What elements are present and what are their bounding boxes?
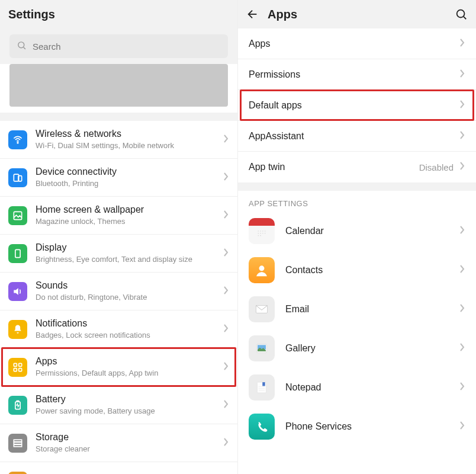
wifi-icon (8, 130, 27, 149)
row-title: Sounds (36, 280, 215, 292)
svg-rect-33 (262, 382, 265, 386)
hourglass-icon (8, 472, 27, 474)
row-subtitle: Do not disturb, Ringtone, Vibrate (36, 293, 215, 302)
settings-row-device[interactable]: Device connectivity Bluetooth, Printing (0, 159, 237, 197)
app-row-email[interactable]: Email (238, 290, 476, 329)
row-title: Display (36, 242, 215, 254)
row-subtitle: Brightness, Eye comfort, Text and displa… (36, 255, 215, 264)
chevron-right-icon (223, 172, 229, 184)
email-icon (249, 296, 275, 322)
settings-row-display[interactable]: Display Brightness, Eye comfort, Text an… (0, 235, 237, 273)
page-title: Settings (8, 8, 55, 21)
chevron-right-icon (459, 38, 465, 50)
row-title: Device connectivity (36, 166, 215, 178)
gallery-icon (249, 335, 275, 361)
row-subtitle: Storage cleaner (36, 444, 215, 454)
wallpaper-icon (8, 206, 27, 225)
row-title: Battery (36, 393, 215, 405)
row-title: Storage (36, 431, 215, 443)
bell-icon (8, 320, 27, 339)
settings-row-notifications[interactable]: Notifications Badges, Lock screen notifi… (0, 310, 237, 348)
app-row-contacts[interactable]: Contacts (238, 251, 476, 290)
svg-point-19 (260, 230, 261, 232)
settings-row-storage[interactable]: Storage Storage cleaner (0, 424, 237, 462)
row-label: Default apps (249, 100, 454, 111)
settings-row-sounds[interactable]: Sounds Do not disturb, Ringtone, Vibrate (0, 273, 237, 310)
svg-point-28 (259, 265, 265, 271)
svg-point-24 (262, 233, 263, 234)
svg-rect-14 (14, 442, 21, 444)
row-appassistant[interactable]: AppAssistant (238, 121, 476, 152)
apps-pane: Apps Apps Permissions Default apps AppAs… (238, 0, 476, 474)
svg-point-25 (265, 233, 266, 234)
app-row-phone-services[interactable]: Phone Services (238, 407, 476, 446)
svg-rect-9 (14, 368, 17, 371)
search-input-box[interactable] (9, 34, 228, 58)
settings-header: Settings (0, 0, 237, 28)
chevron-right-icon (223, 361, 229, 373)
settings-list[interactable]: Wireless & networks Wi-Fi, Dual SIM sett… (0, 121, 237, 474)
page-title: Apps (268, 8, 446, 21)
device-icon (8, 168, 27, 187)
divider-strip (238, 182, 476, 191)
back-icon[interactable] (246, 8, 259, 21)
chevron-right-icon (459, 264, 465, 276)
svg-point-0 (18, 41, 24, 47)
row-subtitle: Badges, Lock screen notifications (36, 331, 215, 340)
app-row-notepad[interactable]: Notepad (238, 368, 476, 407)
row-title: Apps (36, 356, 215, 367)
chevron-right-icon (459, 225, 465, 237)
svg-point-23 (260, 233, 261, 234)
settings-row-battery[interactable]: Battery Power saving mode, Battery usage (0, 386, 237, 424)
app-label: Contacts (285, 265, 449, 276)
row-permissions[interactable]: Permissions (238, 59, 476, 90)
settings-row-wireless[interactable]: Wireless & networks Wi-Fi, Dual SIM sett… (0, 121, 237, 159)
apps-icon (8, 358, 27, 377)
settings-row-digital-balance[interactable]: Digital balance (0, 462, 237, 474)
chevron-right-icon (459, 421, 465, 433)
section-label: APP SETTINGS (238, 191, 476, 212)
divider-strip (0, 113, 237, 121)
chevron-right-icon (223, 286, 229, 297)
chevron-right-icon (459, 130, 465, 142)
chevron-right-icon (223, 248, 229, 260)
row-title: Home screen & wallpaper (36, 204, 215, 216)
app-label: Phone Services (285, 421, 449, 432)
row-apps[interactable]: Apps (238, 28, 476, 59)
svg-point-18 (258, 230, 259, 232)
calendar-icon (249, 218, 275, 244)
svg-rect-7 (14, 363, 17, 366)
settings-row-home[interactable]: Home screen & wallpaper Magazine unlock,… (0, 197, 237, 235)
search-container (0, 28, 237, 64)
search-input[interactable] (33, 41, 221, 52)
storage-icon (8, 434, 27, 453)
row-app-twin[interactable]: App twin Disabled (238, 152, 476, 182)
svg-point-21 (265, 230, 266, 232)
search-icon[interactable] (455, 8, 468, 21)
battery-icon (8, 396, 27, 415)
svg-point-16 (457, 10, 465, 18)
svg-rect-5 (14, 212, 21, 219)
chevron-right-icon (459, 161, 465, 173)
svg-line-17 (464, 17, 466, 19)
contacts-icon (249, 257, 275, 283)
sound-icon (8, 282, 27, 301)
svg-point-26 (258, 235, 259, 236)
settings-pane: Settings Wireless & networks Wi-Fi, Dual… (0, 0, 238, 474)
row-default-apps[interactable]: Default apps (238, 90, 476, 121)
app-label: Gallery (285, 343, 449, 354)
svg-point-27 (260, 235, 261, 236)
row-title: Notifications (36, 318, 215, 329)
app-row-calendar[interactable]: Calendar (238, 212, 476, 251)
svg-point-20 (262, 230, 263, 232)
chevron-right-icon (223, 210, 229, 222)
banner-placeholder (9, 64, 228, 107)
app-label: Notepad (285, 382, 449, 393)
app-label: Calendar (285, 226, 449, 236)
app-row-gallery[interactable]: Gallery (238, 329, 476, 368)
row-subtitle: Permissions, Default apps, App twin (36, 369, 215, 378)
app-label: Email (285, 304, 449, 315)
settings-row-apps[interactable]: Apps Permissions, Default apps, App twin (0, 348, 237, 386)
row-subtitle: Power saving mode, Battery usage (36, 406, 215, 416)
chevron-right-icon (459, 69, 465, 81)
